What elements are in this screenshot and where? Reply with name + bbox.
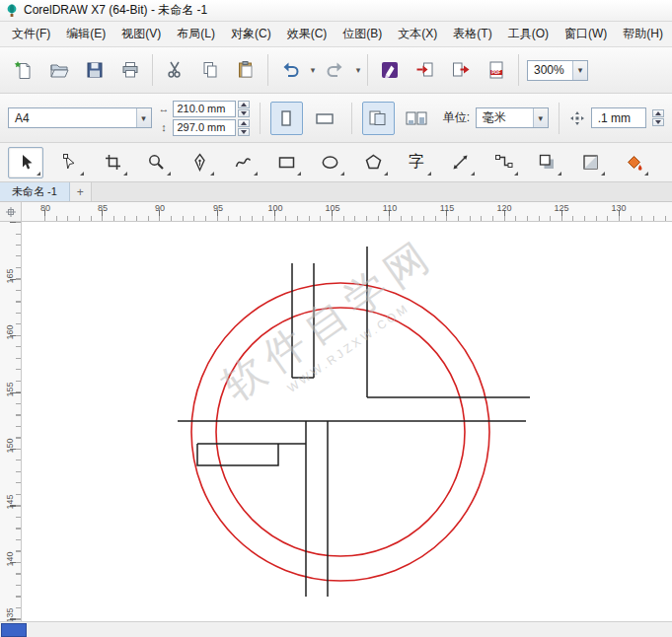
redo-dropdown-button[interactable]: ▾ <box>353 65 363 75</box>
polygon-tool-button[interactable] <box>355 147 391 178</box>
page-dimensions: ↔ 210.0 mm ↕ 297.0 mm <box>158 101 250 136</box>
menu-item-object[interactable]: 对象(C) <box>223 22 279 46</box>
status-scroll-bar <box>0 621 672 637</box>
zoom-tool-button[interactable] <box>138 147 174 178</box>
horizontal-ruler[interactable]: 80 85 90 95 100 105 110 115 120 125 130 <box>22 202 672 222</box>
all-pages-button[interactable] <box>362 102 395 135</box>
new-document-icon <box>14 60 34 80</box>
page-height-field[interactable]: 297.0 mm <box>173 119 236 136</box>
zoom-level-combo[interactable]: 300% ▾ <box>527 60 588 81</box>
paper-size-dropdown-button[interactable]: ▾ <box>136 108 151 127</box>
crop-tool-icon <box>104 153 122 172</box>
nudge-distance-field[interactable]: .1 mm <box>591 107 646 128</box>
print-icon <box>120 60 140 80</box>
pick-tool-icon <box>17 153 36 172</box>
width-spin-down[interactable] <box>238 109 250 117</box>
menu-item-table[interactable]: 表格(T) <box>445 22 499 46</box>
zoom-dropdown-button[interactable]: ▾ <box>572 61 587 80</box>
undo-button[interactable] <box>272 51 308 89</box>
toolbar-separator <box>152 54 153 86</box>
drawing-canvas[interactable]: 软件自学网 WWW.RJZXW.COM <box>22 222 672 621</box>
v-ruler-number: 145 <box>5 493 15 511</box>
document-navigator-button[interactable] <box>1 623 27 637</box>
dimension-tool-button[interactable] <box>442 147 478 178</box>
redo-icon <box>326 60 345 80</box>
redo-button[interactable] <box>318 51 353 89</box>
app-launcher-button[interactable] <box>372 51 408 89</box>
export-button[interactable] <box>443 51 479 89</box>
red-circle-outer[interactable] <box>191 283 489 581</box>
text-tool-button[interactable]: 字 <box>399 147 434 178</box>
h-ruler-number: 80 <box>36 203 55 213</box>
undo-dropdown-button[interactable]: ▾ <box>308 65 318 75</box>
drop-shadow-tool-icon <box>538 153 557 172</box>
copy-icon <box>200 60 220 80</box>
drop-shadow-tool-button[interactable] <box>529 147 564 178</box>
nudge-spin-up[interactable] <box>652 109 664 117</box>
menu-item-edit[interactable]: 编辑(E) <box>58 22 113 46</box>
cut-button[interactable] <box>157 51 192 89</box>
portrait-button[interactable] <box>270 102 303 135</box>
ellipse-tool-icon <box>321 153 339 172</box>
menu-item-view[interactable]: 视图(V) <box>113 22 169 46</box>
paper-size-combo[interactable]: A4 ▾ <box>8 107 152 128</box>
nudge-spin-down[interactable] <box>652 118 664 126</box>
red-circle-inner[interactable] <box>216 308 465 556</box>
ruler-origin-button[interactable] <box>0 202 22 222</box>
freehand-tool-button[interactable] <box>182 147 217 178</box>
crop-tool-button[interactable] <box>95 147 130 178</box>
toolbox: 字 <box>0 143 672 182</box>
landscape-button[interactable] <box>309 102 341 135</box>
save-button[interactable] <box>77 51 112 89</box>
menu-item-layout[interactable]: 布局(L) <box>169 22 223 46</box>
menu-item-window[interactable]: 窗口(W) <box>557 22 615 46</box>
page-width-field[interactable]: 210.0 mm <box>173 101 236 117</box>
menu-item-tools[interactable]: 工具(O) <box>500 22 557 46</box>
units-dropdown-button[interactable]: ▾ <box>533 108 548 127</box>
facing-pages-button[interactable] <box>401 102 433 135</box>
h-ruler-number: 130 <box>609 203 629 213</box>
rectangle-tool-button[interactable] <box>268 147 304 178</box>
shape-tool-button[interactable] <box>51 147 87 178</box>
ellipse-tool-button[interactable] <box>312 147 347 178</box>
transparency-tool-button[interactable] <box>572 147 608 178</box>
rectangle-tool-icon <box>277 153 296 172</box>
import-button[interactable] <box>408 51 443 89</box>
new-document-tab-button[interactable]: + <box>70 182 92 201</box>
copy-button[interactable] <box>192 51 228 89</box>
new-document-button[interactable] <box>6 51 41 89</box>
menu-item-file[interactable]: 文件(F) <box>4 22 58 46</box>
toolbar-separator <box>518 54 519 86</box>
save-icon <box>85 60 105 80</box>
width-spin-up[interactable] <box>238 101 250 108</box>
launcher-icon <box>380 60 400 80</box>
height-spin-up[interactable] <box>238 119 250 127</box>
paste-button[interactable] <box>228 51 263 89</box>
menu-item-text[interactable]: 文本(X) <box>390 22 445 46</box>
dimension-tool-icon <box>451 153 470 172</box>
h-ruler-number: 100 <box>265 203 285 213</box>
interactive-fill-tool-button[interactable] <box>616 147 651 178</box>
publish-pdf-button[interactable]: PDF <box>479 51 514 89</box>
logo-lines[interactable] <box>178 247 530 597</box>
vertical-ruler[interactable]: 165 160 155 150 145 140 135 <box>0 222 22 621</box>
document-tab-strip: 未命名 -1 + <box>0 182 672 202</box>
v-ruler-number: 165 <box>5 267 15 285</box>
logo-drawing <box>22 222 672 621</box>
connector-tool-button[interactable] <box>485 147 521 178</box>
open-button[interactable] <box>41 51 77 89</box>
h-ruler-number: 90 <box>150 203 170 213</box>
h-ruler-number: 110 <box>380 203 400 213</box>
print-button[interactable] <box>112 51 148 89</box>
import-icon <box>415 60 435 80</box>
document-tab-active[interactable]: 未命名 -1 <box>0 182 70 201</box>
h-ruler-number: 125 <box>552 203 571 213</box>
units-combo[interactable]: 毫米 ▾ <box>476 107 549 128</box>
menu-item-help[interactable]: 帮助(H) <box>615 22 671 46</box>
h-ruler-number: 95 <box>208 203 228 213</box>
height-spin-down[interactable] <box>238 128 250 136</box>
artistic-media-tool-button[interactable] <box>225 147 261 178</box>
menu-item-effects[interactable]: 效果(C) <box>279 22 336 46</box>
pick-tool-button[interactable] <box>8 147 43 178</box>
menu-item-bitmaps[interactable]: 位图(B) <box>335 22 390 46</box>
